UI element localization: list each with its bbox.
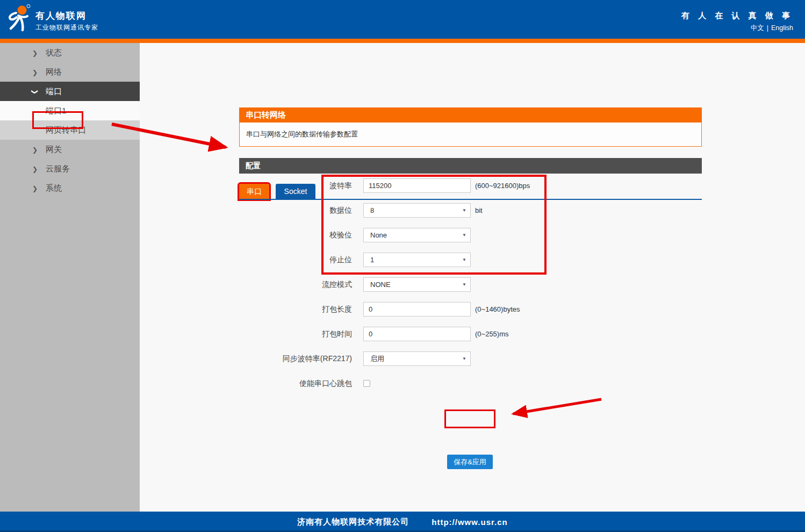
stop-bits-select[interactable]: 1▼ — [363, 253, 471, 267]
form-row-sync-baud: 同步波特率(RF2217)启用▼ — [239, 351, 701, 366]
baud-rate-input[interactable] — [363, 178, 471, 193]
sidebar-item-gateway[interactable]: 网关 — [0, 140, 140, 159]
dropdown-caret-icon: ▼ — [462, 282, 466, 287]
sidebar-item-label: 端口 — [46, 82, 62, 101]
stop-bits-selected-value: 1 — [370, 253, 374, 267]
sidebar-item-label: 云服务 — [46, 159, 70, 178]
sidebar-item-port1[interactable]: 端口1 — [0, 101, 140, 120]
dropdown-caret-icon: ▼ — [462, 356, 466, 361]
footer-url[interactable]: http://www.usr.cn — [432, 517, 507, 527]
chevron-right-icon — [32, 140, 42, 160]
sidebar-item-system[interactable]: 系统 — [0, 178, 140, 198]
chevron-down-icon — [32, 82, 42, 102]
pack-length-label: 打包长度 — [239, 302, 352, 317]
sidebar-item-network[interactable]: 网络 — [0, 62, 140, 82]
pack-time-label: 打包时间 — [239, 327, 352, 341]
header-accent-stripe — [0, 39, 805, 43]
form-row-heartbeat: 使能串口心跳包 — [239, 376, 701, 391]
form-row-baud-rate: 波特率(600~921600)bps — [239, 178, 701, 193]
chevron-right-icon — [32, 178, 42, 198]
sidebar-item-label: 状态 — [46, 43, 62, 62]
flow-control-label: 流控模式 — [239, 277, 352, 292]
sidebar-menu: 状态网络端口端口1网页转串口网关云服务系统 — [0, 43, 140, 512]
form-row-parity: 校验位None▼ — [239, 228, 701, 242]
sidebar-item-label: 网络 — [46, 62, 62, 82]
tab-underline — [239, 199, 702, 200]
form-row-pack-length: 打包长度(0~1460)bytes — [239, 302, 701, 317]
sync-baud-selected-value: 启用 — [370, 352, 384, 365]
heartbeat-label: 使能串口心跳包 — [239, 376, 352, 391]
pack-time-input[interactable] — [363, 327, 471, 341]
save-apply-button[interactable]: 保存&应用 — [447, 455, 493, 469]
chevron-right-icon — [32, 62, 42, 82]
stop-bits-label: 停止位 — [239, 253, 352, 267]
pack-time-hint: (0~255)ms — [475, 327, 509, 341]
flow-control-select[interactable]: NONE▼ — [363, 277, 471, 292]
baud-rate-hint: (600~921600)bps — [475, 178, 530, 193]
form-row-pack-time: 打包时间(0~255)ms — [239, 327, 701, 341]
lang-chinese-link[interactable]: 中文 — [751, 24, 764, 32]
brand-title: 有人物联网 — [35, 10, 87, 22]
chevron-right-icon — [32, 159, 42, 179]
pack-length-input[interactable] — [363, 302, 471, 317]
flow-control-selected-value: NONE — [370, 278, 391, 291]
usr-logo-icon — [6, 4, 33, 33]
header-slogan: 有 人 在 认 真 做 事 — [681, 11, 793, 21]
data-bits-hint: bit — [475, 203, 483, 218]
form-row-flow-control: 流控模式NONE▼ — [239, 277, 701, 292]
sidebar-item-cloud[interactable]: 云服务 — [0, 159, 140, 178]
data-bits-selected-value: 8 — [370, 204, 374, 217]
parity-select[interactable]: None▼ — [363, 228, 471, 242]
section-title: 配置 — [239, 158, 702, 174]
sidebar-item-label: 网页转串口 — [46, 120, 86, 140]
sidebar-item-port[interactable]: 端口 — [0, 82, 140, 101]
form-row-data-bits: 数据位8▼bit — [239, 203, 701, 218]
data-bits-label: 数据位 — [239, 203, 352, 218]
page-footer: 济南有人物联网技术有限公司 http://www.usr.cn — [0, 512, 805, 532]
sidebar-item-label: 端口1 — [46, 101, 66, 120]
baud-rate-label: 波特率 — [239, 178, 352, 193]
sidebar-item-label: 系统 — [46, 178, 62, 198]
main-content: 串口转网络 串口与网络之间的数据传输参数配置 配置 串口 Socket 波特率(… — [140, 43, 805, 512]
sidebar-item-status[interactable]: 状态 — [0, 43, 140, 62]
dropdown-caret-icon: ▼ — [462, 257, 466, 262]
footer-company: 济南有人物联网技术有限公司 — [297, 517, 409, 527]
page-description: 串口与网络之间的数据传输参数配置 — [239, 122, 702, 147]
language-switch: 中文|English — [751, 24, 793, 33]
dropdown-caret-icon: ▼ — [462, 233, 466, 238]
pack-length-hint: (0~1460)bytes — [475, 302, 520, 317]
top-header: 有人物联网 工业物联网通讯专家 有 人 在 认 真 做 事 中文|English — [0, 0, 805, 39]
parity-selected-value: None — [370, 228, 387, 242]
heartbeat-checkbox[interactable] — [363, 380, 370, 387]
sidebar-item-web2serial[interactable]: 网页转串口 — [0, 120, 140, 140]
sync-baud-label: 同步波特率(RF2217) — [239, 351, 352, 366]
lang-separator: | — [767, 24, 768, 32]
page-title: 串口转网络 — [239, 107, 702, 122]
brand-subtitle: 工业物联网通讯专家 — [35, 23, 98, 32]
parity-label: 校验位 — [239, 228, 352, 242]
dropdown-caret-icon: ▼ — [462, 208, 466, 213]
sidebar-item-label: 网关 — [46, 140, 62, 159]
data-bits-select[interactable]: 8▼ — [363, 203, 471, 218]
lang-english-link[interactable]: English — [771, 24, 793, 32]
form-row-stop-bits: 停止位1▼ — [239, 253, 701, 267]
chevron-right-icon — [32, 43, 42, 63]
sync-baud-select[interactable]: 启用▼ — [363, 351, 471, 366]
